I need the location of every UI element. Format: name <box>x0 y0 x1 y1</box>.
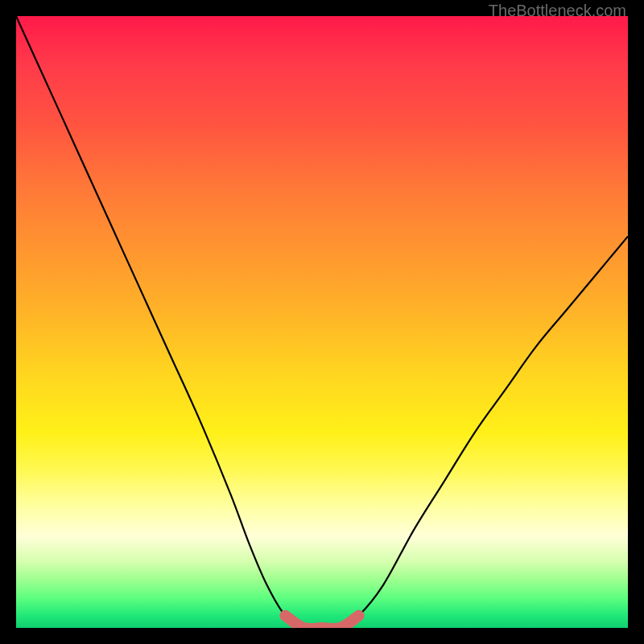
curve-layer <box>16 16 628 628</box>
chart-container: TheBottleneck.com <box>0 0 644 644</box>
watermark-text: TheBottleneck.com <box>489 2 626 20</box>
optimum-highlight <box>285 616 358 628</box>
bottleneck-curve <box>16 16 628 628</box>
